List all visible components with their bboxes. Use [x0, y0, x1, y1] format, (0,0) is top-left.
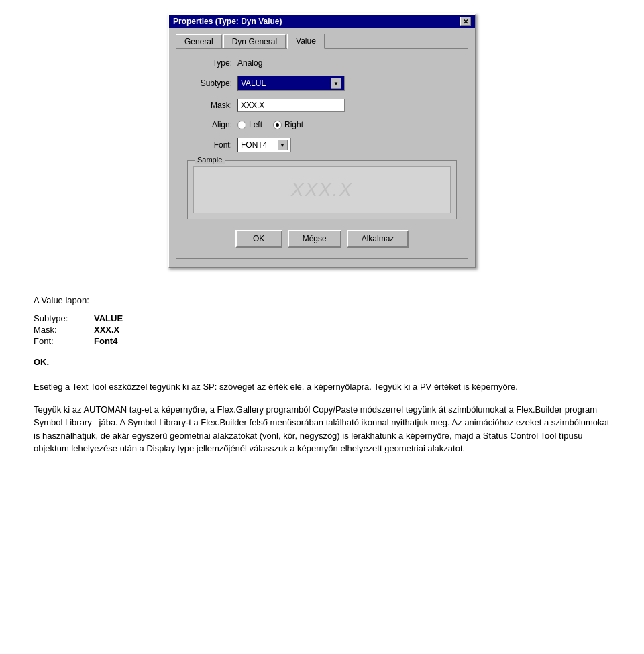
info-row-2: Font: Font4: [34, 336, 610, 346]
body-text-section: A Value lapon: Subtype: VALUE Mask: XXX.…: [20, 288, 624, 472]
info-table: Subtype: VALUE Mask: XXX.X Font: Font4: [34, 313, 610, 346]
tab-dyn-general[interactable]: Dyn General: [223, 34, 286, 48]
info-key-1: Mask:: [34, 325, 94, 335]
info-row-1: Mask: XXX.X: [34, 325, 610, 335]
align-right-item[interactable]: Right: [273, 120, 303, 129]
info-row-0: Subtype: VALUE: [34, 313, 610, 323]
tab-bar: General Dyn General Value: [176, 34, 468, 48]
align-left-radio[interactable]: [237, 121, 246, 129]
mask-row: Mask:: [187, 99, 457, 112]
align-left-label: Left: [249, 120, 262, 129]
dialog-titlebar: Properties (Type: Dyn Value) ✕: [169, 15, 475, 28]
tab-general[interactable]: General: [176, 34, 222, 48]
sample-text: XXX.X: [291, 179, 353, 201]
subtype-dropdown-arrow[interactable]: ▼: [331, 78, 341, 89]
sample-section: Sample XXX.X: [187, 160, 457, 219]
align-row: Align: Left Right: [187, 120, 457, 129]
sample-legend: Sample: [195, 156, 225, 164]
tab-value[interactable]: Value: [287, 34, 325, 49]
info-val-0: VALUE: [94, 313, 123, 323]
paragraph-1: Tegyük ki az AUTOMAN tag-et a képernyőre…: [34, 403, 610, 455]
mask-input[interactable]: [237, 99, 345, 112]
subtype-dropdown[interactable]: VALUE ▼: [237, 76, 345, 91]
type-row: Type: Analog: [187, 58, 457, 68]
cancel-button[interactable]: Mégse: [288, 230, 341, 248]
mask-label: Mask:: [187, 101, 237, 110]
font-dropdown[interactable]: FONT4 ▼: [237, 138, 291, 152]
align-left-item[interactable]: Left: [237, 120, 262, 129]
subtype-value: VALUE: [241, 78, 266, 88]
info-val-1: XXX.X: [94, 325, 119, 335]
close-button[interactable]: ✕: [460, 17, 471, 26]
info-key-2: Font:: [34, 336, 94, 346]
panel-content: Type: Analog Subtype: VALUE ▼ Mask:: [176, 48, 468, 259]
dialog-buttons: OK Mégse Alkalmaz: [187, 230, 457, 248]
info-val-2: Font4: [94, 336, 117, 346]
subtype-row: Subtype: VALUE ▼: [187, 76, 457, 91]
subtype-label: Subtype:: [187, 78, 237, 88]
sample-content: XXX.X: [193, 166, 451, 213]
align-label: Align:: [187, 120, 237, 129]
font-row: Font: FONT4 ▼: [187, 138, 457, 152]
dialog-title: Properties (Type: Dyn Value): [173, 17, 282, 26]
ok-button[interactable]: OK: [235, 230, 282, 248]
font-dropdown-arrow[interactable]: ▼: [277, 140, 288, 150]
font-label: Font:: [187, 140, 237, 150]
align-radio-group: Left Right: [237, 120, 303, 129]
ok-line: OK.: [34, 357, 610, 367]
align-right-radio[interactable]: [273, 121, 282, 129]
dialog-body: General Dyn General Value Type: Analog S…: [169, 28, 475, 267]
properties-dialog: Properties (Type: Dyn Value) ✕ General D…: [168, 13, 476, 268]
type-label: Type:: [187, 58, 237, 68]
dialog-wrapper: Properties (Type: Dyn Value) ✕ General D…: [20, 13, 624, 268]
align-right-label: Right: [284, 120, 303, 129]
type-value: Analog: [237, 58, 262, 68]
paragraph-0: Esetleg a Text Tool eszközzel tegyünk ki…: [34, 380, 610, 394]
sample-box: Sample XXX.X: [187, 160, 457, 219]
info-key-0: Subtype:: [34, 313, 94, 323]
apply-button[interactable]: Alkalmaz: [347, 230, 409, 248]
section-label: A Value lapon:: [34, 295, 610, 305]
font-value: FONT4: [241, 140, 267, 150]
